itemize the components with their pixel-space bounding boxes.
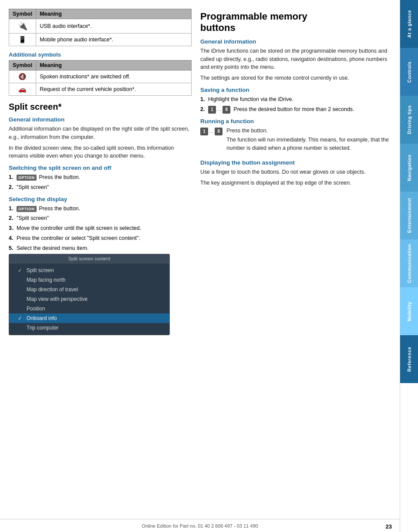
sidebar-tab-reference[interactable]: Reference xyxy=(400,335,418,383)
switching-step-2: 2. "Split screen" xyxy=(9,183,192,192)
mem-button-icon: 1 ... 8 xyxy=(208,106,230,114)
symbol-cell: 🔌 xyxy=(9,19,36,34)
menu-item-position: Position xyxy=(9,304,169,313)
general-info-text-2: In the divided screen view, the so-calle… xyxy=(9,144,192,161)
page-container: Symbol Meaning 🔌 USB audio interface*. 📱 xyxy=(0,0,418,532)
car-icon: 🚗 xyxy=(18,85,27,93)
menu-item-split-screen: ✓ Split screen xyxy=(9,266,169,275)
sidebar-tab-at-a-glance[interactable]: At a glance xyxy=(400,0,418,48)
saving-step-2: 2. 1 ... 8 Press the desired button for … xyxy=(200,105,389,114)
meaning-cell: USB audio interface*. xyxy=(36,19,192,34)
empty-icon-3 xyxy=(18,296,24,302)
split-screen-menu-header: Split screen content xyxy=(9,254,169,263)
menu-item-onboard-info: ✓ Onboard info xyxy=(9,313,169,323)
selecting-step-3: 3. Move the controller until the split s… xyxy=(9,224,192,232)
displaying-text-1: Use a finger to touch the buttons. Do no… xyxy=(200,168,389,176)
meaning-col-header: Meaning xyxy=(36,9,192,19)
split-screen-menu-list: ✓ Split screen Map facing north Map dire… xyxy=(9,263,169,335)
page-footer: Online Edition for Part no. 01 40 2 606 … xyxy=(0,519,400,532)
phone-icon: 📱 xyxy=(18,36,27,44)
meaning-col-header: Meaning xyxy=(36,61,192,71)
sidebar-tab-mobility[interactable]: Mobility xyxy=(400,287,418,335)
table-row: 📱 Mobile phone audio interface*. xyxy=(9,34,192,46)
general-info-text-1: Additional information can be displayed … xyxy=(9,125,192,141)
symbol-cell: 📱 xyxy=(9,34,36,46)
further-step-4: 4. Press the controller or select "Split… xyxy=(9,234,192,242)
sidebar-tab-navigation[interactable]: Navigation xyxy=(400,144,418,192)
main-content: Symbol Meaning 🔌 USB audio interface*. 📱 xyxy=(0,0,400,532)
programmable-memory-title: Programmable memory buttons xyxy=(200,11,389,34)
menu-item-trip-computer: Trip computer xyxy=(9,323,169,333)
symbol-table-1: Symbol Meaning 🔌 USB audio interface*. 📱 xyxy=(9,9,192,46)
displaying-text-2: The key assignment is displayed at the t… xyxy=(200,179,389,187)
displaying-title: Displaying the button assignment xyxy=(200,159,389,166)
empty-icon-4 xyxy=(18,306,24,311)
empty-icon-2 xyxy=(18,287,24,292)
split-screen-title: Split screen* xyxy=(9,102,192,112)
saving-step-1: 1. Highlight the function via the iDrive… xyxy=(200,95,389,104)
check-icon: ✓ xyxy=(18,268,24,273)
menu-item-map-direction: Map direction of travel xyxy=(9,285,169,294)
running-title: Running a function xyxy=(200,118,389,125)
right-general-info-text-2: The settings are stored for the remote c… xyxy=(200,74,389,82)
menu-item-map-north: Map facing north xyxy=(9,275,169,285)
table-row: 🔇 Spoken instructions* are switched off. xyxy=(9,71,192,83)
sidebar: At a glance Controls Driving tips Naviga… xyxy=(400,0,418,532)
sidebar-tab-communication[interactable]: Communication xyxy=(400,239,418,287)
footer-text: Online Edition for Part no. 01 40 2 606 … xyxy=(142,523,258,529)
table-row: 🚗 Request of the current vehicle positio… xyxy=(9,83,192,96)
option-button-icon-2: OPTION xyxy=(17,206,37,212)
further-step-5: 5. Select the desired menu item. xyxy=(9,244,192,253)
selecting-step-2: 2. "Split screen" xyxy=(9,214,192,222)
page-number: 23 xyxy=(386,523,392,530)
table-row: 🔌 USB audio interface*. xyxy=(9,19,192,34)
split-screen-menu-image: Split screen content ✓ Split screen Map … xyxy=(9,254,170,335)
right-general-info-text-1: The iDrive functions can be stored on th… xyxy=(200,47,389,71)
running-text-2: The function will run immediately. This … xyxy=(226,136,389,152)
symbol-table-2: Symbol Meaning 🔇 Spoken instructions* ar… xyxy=(9,60,192,96)
running-text-1: Press the button. xyxy=(226,127,389,135)
running-function-block: 1 ... 8 Press the button. The function w… xyxy=(200,127,389,155)
right-general-info-title: General information xyxy=(200,38,389,45)
selecting-step-1: 1. OPTION Press the button. xyxy=(9,205,192,213)
left-column: Symbol Meaning 🔌 USB audio interface*. 📱 xyxy=(9,9,192,523)
general-info-title-left: General information xyxy=(9,116,192,123)
meaning-cell: Mobile phone audio interface*. xyxy=(36,34,192,46)
symbol-cell: 🚗 xyxy=(9,83,36,96)
meaning-cell: Spoken instructions* are switched off. xyxy=(36,71,192,83)
additional-symbols-label: Additional symbols xyxy=(9,51,192,58)
switching-title: Switching the split screen on and off xyxy=(9,165,192,171)
switching-step-1: 1. OPTION Press the button. xyxy=(9,173,192,182)
mem-button-icon-run: 1 ... 8 xyxy=(200,128,222,135)
usb-icon: 🔌 xyxy=(18,21,27,31)
symbol-col-header: Symbol xyxy=(9,9,36,19)
option-button-icon: OPTION xyxy=(17,175,37,181)
empty-icon xyxy=(18,277,24,283)
sidebar-tab-controls[interactable]: Controls xyxy=(400,48,418,96)
empty-icon-5 xyxy=(18,325,24,330)
menu-item-map-perspective: Map view with perspective xyxy=(9,294,169,304)
check-icon-2: ✓ xyxy=(18,316,24,321)
meaning-cell: Request of the current vehicle position*… xyxy=(36,83,192,96)
symbol-cell: 🔇 xyxy=(9,71,36,83)
symbol-col-header: Symbol xyxy=(9,61,36,71)
saving-title: Saving a function xyxy=(200,87,389,93)
right-column: Programmable memory buttons General info… xyxy=(200,9,389,523)
selecting-title: Selecting the display xyxy=(9,196,192,202)
sidebar-tab-entertainment[interactable]: Entertainment xyxy=(400,192,418,239)
sidebar-tab-driving-tips[interactable]: Driving tips xyxy=(400,96,418,144)
mute-icon: 🔇 xyxy=(18,73,27,81)
